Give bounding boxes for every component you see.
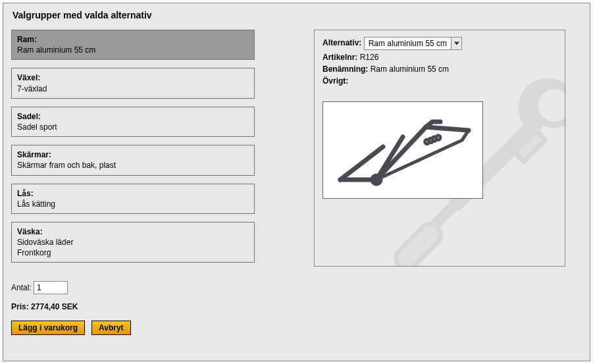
article-value: R126 xyxy=(360,53,379,62)
option-group[interactable]: Väska:Sidoväska läderFrontkorg xyxy=(11,222,255,263)
option-group-value: Sidoväska läder xyxy=(17,238,73,247)
quantity-label: Antal: xyxy=(11,283,32,292)
alternative-select-value: Ram aluminium 55 cm xyxy=(365,38,451,49)
option-group-value: Ram aluminium 55 cm xyxy=(17,45,95,55)
button-row: Lägg i varukorg Avbryt xyxy=(11,321,582,335)
option-group-label: Växel: xyxy=(17,73,40,82)
option-group[interactable]: Växel:7-växlad xyxy=(11,68,255,98)
option-group-value: Sadel sport xyxy=(17,122,57,132)
name-value: Ram aluminium 55 cm xyxy=(371,65,449,74)
columns: Ram:Ram aluminium 55 cmVäxel:7-växladSad… xyxy=(11,30,582,267)
option-group-label: Väska: xyxy=(17,227,43,236)
name-row: Benämning: Ram aluminium 55 cm xyxy=(322,65,557,74)
svg-text:●●●●: ●●●● xyxy=(424,133,441,145)
other-label: Övrigt: xyxy=(322,76,348,86)
option-group-value: Skärmar fram och bak, plast xyxy=(17,161,116,170)
cancel-button[interactable]: Avbryt xyxy=(91,321,131,335)
option-group-label: Ram: xyxy=(17,35,37,44)
chevron-down-icon xyxy=(451,38,461,49)
option-group[interactable]: Ram:Ram aluminium 55 cm xyxy=(11,30,255,60)
option-group-label: Sadel: xyxy=(17,112,41,121)
option-group[interactable]: Skärmar:Skärmar fram och bak, plast xyxy=(11,145,255,175)
detail-content: Alternativ: Ram aluminium 55 cm Artikeln… xyxy=(322,37,557,199)
page-title: Valgrupper med valda alternativ xyxy=(13,10,582,20)
option-group-value: 7-växlad xyxy=(17,84,47,93)
option-group[interactable]: Sadel:Sadel sport xyxy=(11,107,255,137)
price-value: 2774,40 SEK xyxy=(31,302,78,311)
quantity-row: Antal: xyxy=(11,281,582,294)
detail-panel: Alternativ: Ram aluminium 55 cm Artikeln… xyxy=(314,30,565,267)
alternative-row: Alternativ: Ram aluminium 55 cm xyxy=(322,37,557,50)
option-group-value: Frontkorg xyxy=(17,248,51,257)
article-row: Artikelnr: R126 xyxy=(322,53,557,62)
name-label: Benämning: xyxy=(322,65,368,74)
option-group-value: Lås kätting xyxy=(17,199,55,209)
footer-area: Antal: Pris: 2774,40 SEK Lägg i varukorg… xyxy=(11,281,582,335)
option-group-label: Skärmar: xyxy=(17,150,51,159)
alternative-label: Alternativ: xyxy=(322,38,361,47)
option-group-label: Lås: xyxy=(17,189,34,198)
config-panel: Valgrupper med valda alternativ Ram:Ram … xyxy=(3,3,590,361)
price-row: Pris: 2774,40 SEK xyxy=(11,302,582,311)
svg-point-2 xyxy=(373,176,380,184)
other-row: Övrigt: xyxy=(322,76,557,86)
article-label: Artikelnr: xyxy=(322,53,357,62)
price-label: Pris: xyxy=(11,302,29,311)
alternative-select[interactable]: Ram aluminium 55 cm xyxy=(364,37,462,50)
option-groups-list: Ram:Ram aluminium 55 cmVäxel:7-växladSad… xyxy=(11,30,255,263)
add-to-cart-button[interactable]: Lägg i varukorg xyxy=(11,321,85,335)
svg-rect-0 xyxy=(392,220,446,267)
option-group[interactable]: Lås:Lås kätting xyxy=(11,184,255,214)
quantity-input[interactable] xyxy=(34,281,68,294)
product-image: ●●●● xyxy=(322,101,483,199)
